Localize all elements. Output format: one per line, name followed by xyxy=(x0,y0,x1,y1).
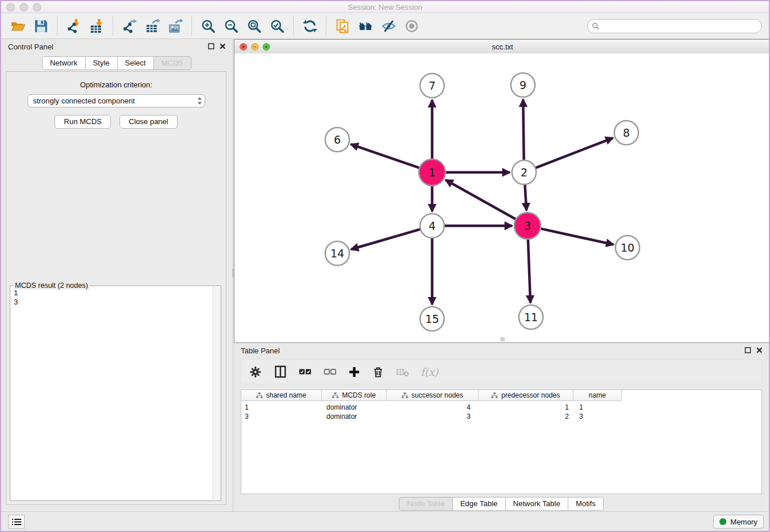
graph-node-4[interactable]: 4 xyxy=(420,214,444,238)
copy-network-icon[interactable] xyxy=(334,17,351,34)
cell-shared-name: 1 xyxy=(241,403,322,411)
network-canvas[interactable]: 7968124314101511 xyxy=(234,53,770,342)
toolbar-separator xyxy=(57,16,57,36)
network-minimize-button[interactable]: − xyxy=(251,43,259,51)
export-image-icon[interactable] xyxy=(167,17,184,34)
graph-node-2[interactable]: 2 xyxy=(512,160,536,184)
cell-name: 1 xyxy=(573,403,622,411)
memory-label: Memory xyxy=(730,518,757,526)
close-panel-button[interactable]: Close panel xyxy=(120,115,178,129)
app-title: Session: New Session xyxy=(1,3,769,11)
tab-select[interactable]: Select xyxy=(118,56,154,70)
edge-4-14[interactable] xyxy=(351,229,421,249)
search-icon xyxy=(592,22,599,30)
edge-3-10[interactable] xyxy=(540,229,613,245)
graph-node-3[interactable]: 3 xyxy=(514,213,541,239)
graph-node-11[interactable]: 11 xyxy=(519,305,543,329)
cell-predecessor-nodes: 2 xyxy=(479,413,573,421)
hide-details-icon[interactable] xyxy=(380,17,397,34)
graph-node-15[interactable]: 15 xyxy=(420,307,444,331)
column-header-name[interactable]: name xyxy=(573,390,622,401)
show-columns-icon[interactable] xyxy=(274,365,287,379)
task-history-button[interactable] xyxy=(8,515,25,529)
graph-node-10[interactable]: 10 xyxy=(615,236,640,260)
attribute-tree-icon xyxy=(256,392,263,398)
export-network-icon[interactable] xyxy=(121,17,138,34)
add-column-icon[interactable] xyxy=(348,365,361,379)
graph-node-7[interactable]: 7 xyxy=(420,74,444,98)
toolbar-separator xyxy=(326,16,326,36)
column-header-mcds-role[interactable]: MCDS role xyxy=(322,390,387,401)
tab-mcds[interactable]: MCDS xyxy=(154,56,191,70)
unselect-all-icon[interactable] xyxy=(323,366,337,377)
edge-2-8[interactable] xyxy=(536,138,613,168)
select-all-icon[interactable] xyxy=(298,366,312,377)
save-icon[interactable] xyxy=(32,17,49,34)
graph-node-14[interactable]: 14 xyxy=(325,241,349,265)
graph-node-1[interactable]: 1 xyxy=(419,159,445,186)
tab-network[interactable]: Network xyxy=(42,56,86,70)
delete-column-icon[interactable] xyxy=(372,365,384,379)
table-row[interactable]: 3dominator323 xyxy=(241,412,761,421)
float-panel-icon[interactable] xyxy=(745,347,751,353)
node-label: 9 xyxy=(519,79,526,91)
edge-2-3[interactable] xyxy=(525,184,526,210)
optimization-criterion-select[interactable]: strongly connected component xyxy=(28,94,205,107)
result-scrollbar[interactable] xyxy=(213,287,221,500)
column-header-label: name xyxy=(588,391,606,399)
edge-3-11[interactable] xyxy=(528,239,530,303)
node-label: 6 xyxy=(334,133,341,146)
show-details-icon[interactable] xyxy=(403,17,420,34)
close-panel-icon[interactable] xyxy=(220,43,226,49)
zoom-selected-icon[interactable] xyxy=(268,17,286,34)
application-window: Session: New Session xyxy=(0,0,770,532)
float-panel-icon[interactable] xyxy=(208,43,214,49)
network-window-title: scc.txt xyxy=(234,43,770,51)
memory-button[interactable]: Memory xyxy=(713,515,764,529)
zoom-fit-icon[interactable] xyxy=(245,17,263,34)
column-header-successor-nodes[interactable]: successor nodes xyxy=(387,390,479,401)
combo-stepper-icon xyxy=(197,97,202,105)
network-graph[interactable]: 7968124314101511 xyxy=(234,53,770,342)
graph-node-9[interactable]: 9 xyxy=(511,73,535,97)
open-folder-icon[interactable] xyxy=(9,17,26,34)
edge-1-6[interactable] xyxy=(351,144,420,168)
run-mcds-button[interactable]: Run MCDS xyxy=(55,115,111,129)
node-label: 15 xyxy=(425,313,439,325)
network-window-titlebar[interactable]: × − + scc.txt xyxy=(234,40,770,54)
search-input[interactable] xyxy=(602,21,757,31)
table-row[interactable]: 1dominator411 xyxy=(241,403,761,412)
column-header-label: shared name xyxy=(266,391,306,399)
column-header-shared-name[interactable]: shared name xyxy=(241,390,322,401)
tab-node-table[interactable]: Node Table xyxy=(399,497,453,511)
settings-gear-icon[interactable] xyxy=(248,365,263,379)
table-panel: Table Panel f(x) xyxy=(234,343,769,512)
graph-node-6[interactable]: 6 xyxy=(325,128,349,152)
canvas-resize-grip[interactable] xyxy=(500,337,505,341)
tab-network-table[interactable]: Network Table xyxy=(506,497,568,511)
column-header-predecessor-nodes[interactable]: predecessor nodes xyxy=(479,390,573,401)
zoom-in-icon[interactable] xyxy=(199,17,217,34)
tab-style[interactable]: Style xyxy=(86,56,118,70)
graph-node-8[interactable]: 8 xyxy=(614,121,638,145)
import-table-icon[interactable] xyxy=(88,17,105,34)
network-close-button[interactable]: × xyxy=(240,43,247,51)
node-label: 8 xyxy=(623,126,630,139)
neighbors-icon[interactable] xyxy=(357,17,374,34)
edge-3-1[interactable] xyxy=(446,180,516,219)
delete-table-icon[interactable] xyxy=(395,367,410,377)
refresh-icon[interactable] xyxy=(301,17,318,34)
import-network-icon[interactable] xyxy=(65,17,82,34)
edge-2-9[interactable] xyxy=(523,99,523,160)
attribute-tree-icon xyxy=(491,392,498,398)
tab-edge-table[interactable]: Edge Table xyxy=(453,497,506,511)
network-maximize-button[interactable]: + xyxy=(263,43,270,51)
table-body: 1dominator4113dominator323 xyxy=(241,403,761,421)
close-panel-icon[interactable] xyxy=(756,347,763,353)
export-table-icon[interactable] xyxy=(144,17,161,34)
zoom-out-icon[interactable] xyxy=(222,17,240,34)
tab-motifs[interactable]: Motifs xyxy=(568,497,604,511)
column-header-label: predecessor nodes xyxy=(501,391,560,399)
main-toolbar xyxy=(1,13,769,39)
function-builder-icon[interactable]: f(x) xyxy=(421,366,438,378)
